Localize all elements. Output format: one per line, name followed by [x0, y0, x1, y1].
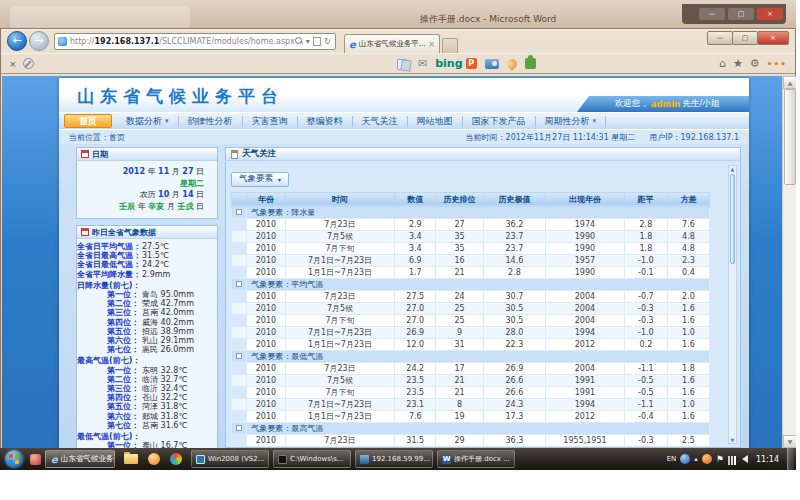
nav-item-8[interactable]: 国家下发产品 [463, 116, 536, 127]
table-row[interactable]: 20107月下旬23.52126.61991-0.51.6 [232, 386, 710, 398]
scroll-up-icon[interactable]: ▲ [783, 76, 796, 89]
pointer-icon[interactable] [505, 56, 519, 70]
pinned-app-icon[interactable] [30, 454, 41, 465]
blocked-content-icon[interactable] [23, 58, 34, 69]
taskbar-ie-button[interactable]: e 山东省气候业务平... [45, 450, 115, 468]
nav-item-7[interactable]: 网站地图 [408, 116, 463, 127]
show-desktop-button[interactable] [787, 448, 794, 470]
compatibility-view-icon[interactable] [313, 37, 321, 46]
minimize-button[interactable]: — [707, 31, 733, 45]
taskbar-window-button[interactable]: Win2008 (VS2... [191, 450, 269, 468]
table-row[interactable]: 20107月23日31.52936.31955,1951-0.32.5 [232, 434, 710, 446]
bing-logo[interactable]: bing P [435, 57, 476, 70]
puzzle-addon-icon[interactable] [525, 58, 536, 69]
column-header[interactable]: 方差 [667, 192, 709, 206]
taskbar-window-button[interactable]: W操作手册.docx ... [437, 450, 515, 468]
more-addons-icon[interactable]: ••• [767, 59, 787, 69]
table-row[interactable]: 20101月1日~7月23日12.03122.320120.21.6 [232, 338, 710, 350]
cards-icon[interactable] [397, 59, 410, 69]
table-group-row[interactable]: 气象要素：降水量 [232, 206, 710, 218]
table-row[interactable]: 20107月23日24.21726.92004-1.11.8 [232, 362, 710, 374]
scroll-down-icon[interactable]: ▼ [783, 435, 796, 448]
scroll-up-icon[interactable]: ▲ [729, 166, 736, 172]
taskbar-clock[interactable]: 11:14 [756, 455, 779, 464]
pinned-ball-app-icon[interactable] [170, 453, 182, 465]
table-row[interactable]: 20107月23日27.52430.72004-0.72.0 [232, 290, 710, 302]
table-row[interactable]: 20107月下旬27.02530.52004-0.31.6 [232, 314, 710, 326]
table-row[interactable]: 20107月5候27.02530.52004-0.31.6 [232, 302, 710, 314]
nav-item-9[interactable]: 周期性分析▾ [536, 116, 607, 127]
taskbar-window-button[interactable]: C:\Windows\s... [273, 450, 351, 468]
gear-icon[interactable]: ⚙ [750, 57, 760, 70]
column-header[interactable]: 距平 [624, 192, 667, 206]
table-cell: 1月1日~7月23日 [285, 266, 395, 278]
window-button-label: 192.168.59.99... [372, 455, 430, 463]
table-cell: 1.8 [667, 362, 709, 374]
close-button[interactable]: × [757, 31, 789, 45]
table-row[interactable]: 20107月1日~7月23日23.1824.31994-1.11.0 [232, 398, 710, 410]
column-header[interactable]: 出现年份 [546, 192, 625, 206]
table-group-row[interactable]: 气象要素：平均气温 [232, 278, 710, 290]
column-header[interactable]: 时间 [285, 192, 395, 206]
column-header[interactable]: 年份 [247, 192, 285, 206]
group-checkbox[interactable] [236, 425, 242, 431]
nav-item-4[interactable]: 灾害查询 [243, 116, 298, 127]
ime-icon[interactable] [680, 454, 690, 464]
explorer-folder-icon[interactable] [124, 454, 138, 464]
home-icon[interactable]: ⌂ [719, 57, 726, 70]
maximize-button[interactable]: ▢ [732, 31, 758, 45]
envelope-icon[interactable]: ✉ [418, 57, 427, 70]
volume-icon[interactable] [742, 455, 748, 463]
table-row[interactable]: 20107月5候3.43523.719901.84.8 [232, 230, 710, 242]
table-row[interactable]: 20101月1日~7月23日7.61917.32012-0.41.6 [232, 410, 710, 422]
scrollbar-thumb[interactable] [730, 174, 735, 264]
camera-icon[interactable] [485, 59, 499, 69]
dropdown-arrow-icon: ▾ [278, 176, 281, 183]
panel-scrollbar[interactable]: ▲ ▼ [728, 165, 737, 444]
table-group-row[interactable]: 气象要素：最高气温 [232, 422, 710, 434]
column-header[interactable]: 历史排位 [436, 192, 484, 206]
refresh-icon[interactable]: ↻ [324, 37, 331, 46]
search-icon[interactable] [295, 37, 303, 45]
table-row[interactable]: 20107月5候23.52126.61991-0.51.6 [232, 374, 710, 386]
browser-window: ← → http://192.168.137.1/SLCCLIMATE/modu… [0, 28, 796, 448]
table-row[interactable]: 20107月1日~7月23日26.9928.01994-1.01.0 [232, 326, 710, 338]
pinned-orange-app-icon[interactable] [148, 453, 160, 465]
nav-item-1[interactable]: 首页 [64, 114, 112, 128]
scroll-down-icon[interactable]: ▼ [729, 437, 736, 443]
stop-icon[interactable]: × [334, 37, 336, 46]
network-icon[interactable] [728, 456, 738, 465]
new-tab-button[interactable] [442, 38, 458, 53]
taskbar-window-button[interactable]: 192.168.59.99... [355, 450, 433, 468]
table-row[interactable]: 20107月1日~7月23日6.91614.61957-1.02.3 [232, 254, 710, 266]
tray-app-icon[interactable] [702, 454, 712, 464]
tray-expand-icon[interactable]: ▴ [694, 455, 698, 463]
table-row[interactable]: 20107月下旬3.43523.719901.84.8 [232, 242, 710, 254]
group-checkbox[interactable] [236, 281, 242, 287]
nav-item-2[interactable]: 数据分析▾ [117, 116, 179, 127]
group-checkbox[interactable] [236, 209, 242, 215]
scrollbar-thumb[interactable] [784, 89, 796, 185]
start-button[interactable] [5, 450, 23, 468]
page-scrollbar[interactable]: ▲ ▼ [782, 76, 796, 448]
address-bar[interactable]: http://192.168.137.1/SLCCLIMATE/modules/… [54, 33, 336, 50]
back-button[interactable]: ← [7, 31, 27, 51]
forward-button[interactable]: → [29, 31, 49, 51]
nav-item-3[interactable]: 韵律性分析 [179, 116, 243, 127]
table-row[interactable]: 20107月23日2.92736.219742.87.6 [232, 218, 710, 230]
language-indicator[interactable]: EN [667, 455, 677, 463]
table-row[interactable]: 20101月1日~7月23日1.7212.81990-0.10.4 [232, 266, 710, 278]
dropdown-arrow-icon[interactable]: ▾ [306, 37, 310, 46]
group-checkbox[interactable] [236, 353, 242, 359]
tab-close-icon[interactable]: × [428, 40, 435, 49]
toolbar-close-icon[interactable]: × [9, 59, 17, 69]
nav-item-5[interactable]: 整编资料 [298, 116, 353, 127]
column-header[interactable]: 历史极值 [483, 192, 545, 206]
favorites-star-icon[interactable]: ★ [733, 57, 743, 70]
nav-item-6[interactable]: 天气关注 [353, 116, 408, 127]
table-group-row[interactable]: 气象要素：最低气温 [232, 350, 710, 362]
action-center-flag-icon[interactable]: ⚑ [716, 454, 724, 464]
column-header[interactable]: 数值 [395, 192, 436, 206]
element-filter-button[interactable]: 气象要素 ▾ [231, 172, 289, 187]
browser-tab[interactable]: e 山东省气候业务平... × [344, 34, 440, 53]
